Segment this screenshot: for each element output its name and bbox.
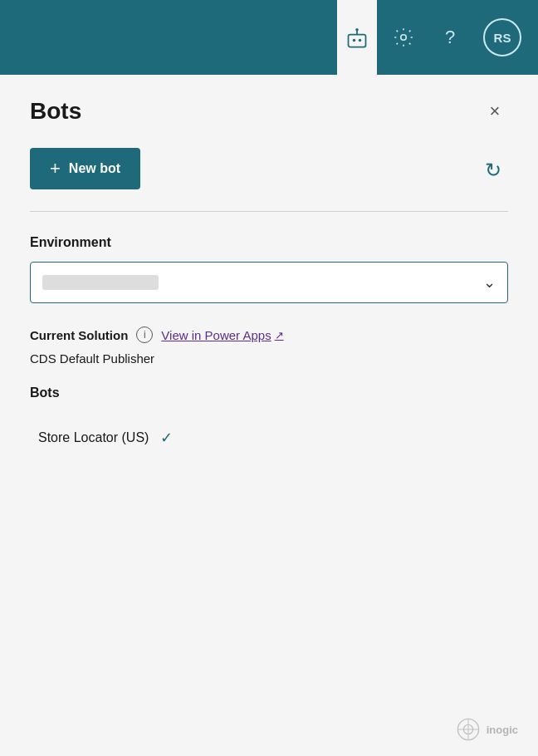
environment-label: Environment bbox=[30, 235, 508, 250]
bot-name: Store Locator (US) bbox=[38, 430, 149, 445]
new-bot-button[interactable]: + New bot bbox=[30, 148, 140, 189]
bots-list-section: Bots Store Locator (US) ✓ bbox=[30, 385, 508, 460]
solution-value: CDS Default Publisher bbox=[30, 351, 508, 366]
watermark-text: inogic bbox=[487, 724, 518, 736]
environment-dropdown[interactable]: ⌄ bbox=[30, 262, 508, 303]
action-row: + New bot ↻ bbox=[30, 148, 508, 196]
current-solution-row: Current Solution i View in Power Apps ↗ bbox=[30, 326, 508, 343]
check-icon: ✓ bbox=[160, 429, 173, 447]
bots-panel: Bots × + New bot ↻ Environment ⌄ Current… bbox=[0, 75, 538, 756]
list-item[interactable]: Store Locator (US) ✓ bbox=[30, 415, 508, 460]
watermark-logo bbox=[457, 718, 480, 741]
bots-nav-button[interactable] bbox=[337, 0, 377, 75]
environment-section: Environment ⌄ bbox=[30, 235, 508, 303]
divider bbox=[30, 211, 508, 212]
gear-icon bbox=[393, 27, 414, 48]
topbar-icons: ? RS bbox=[337, 0, 521, 75]
svg-point-1 bbox=[353, 39, 356, 42]
svg-point-2 bbox=[359, 39, 362, 42]
question-mark-icon: ? bbox=[445, 27, 455, 48]
close-button[interactable]: × bbox=[482, 98, 508, 125]
plus-icon: + bbox=[50, 160, 61, 178]
panel-header: Bots × bbox=[30, 98, 508, 125]
svg-point-7 bbox=[401, 35, 407, 41]
current-solution-label: Current Solution bbox=[30, 328, 128, 342]
info-icon[interactable]: i bbox=[136, 326, 153, 343]
bot-icon bbox=[345, 26, 369, 49]
refresh-button[interactable]: ↻ bbox=[478, 155, 508, 185]
view-in-power-apps-label: View in Power Apps bbox=[161, 328, 271, 342]
current-solution-section: Current Solution i View in Power Apps ↗ … bbox=[30, 326, 508, 366]
chevron-down-icon: ⌄ bbox=[483, 273, 496, 292]
environment-dropdown-value bbox=[42, 275, 159, 290]
help-nav-button[interactable]: ? bbox=[430, 0, 470, 75]
bots-section-label: Bots bbox=[30, 385, 508, 400]
panel-title: Bots bbox=[30, 98, 81, 125]
topbar: ? RS bbox=[0, 0, 538, 75]
avatar-initials: RS bbox=[494, 31, 511, 45]
view-in-power-apps-link[interactable]: View in Power Apps ↗ bbox=[161, 328, 283, 342]
user-avatar-button[interactable]: RS bbox=[483, 18, 521, 56]
close-icon: × bbox=[490, 101, 501, 122]
external-link-icon: ↗ bbox=[275, 329, 284, 341]
svg-point-4 bbox=[355, 28, 359, 32]
refresh-icon: ↻ bbox=[485, 159, 501, 182]
new-bot-label: New bot bbox=[69, 161, 120, 176]
svg-rect-0 bbox=[349, 35, 366, 47]
watermark: inogic bbox=[457, 718, 518, 741]
settings-nav-button[interactable] bbox=[384, 0, 423, 75]
